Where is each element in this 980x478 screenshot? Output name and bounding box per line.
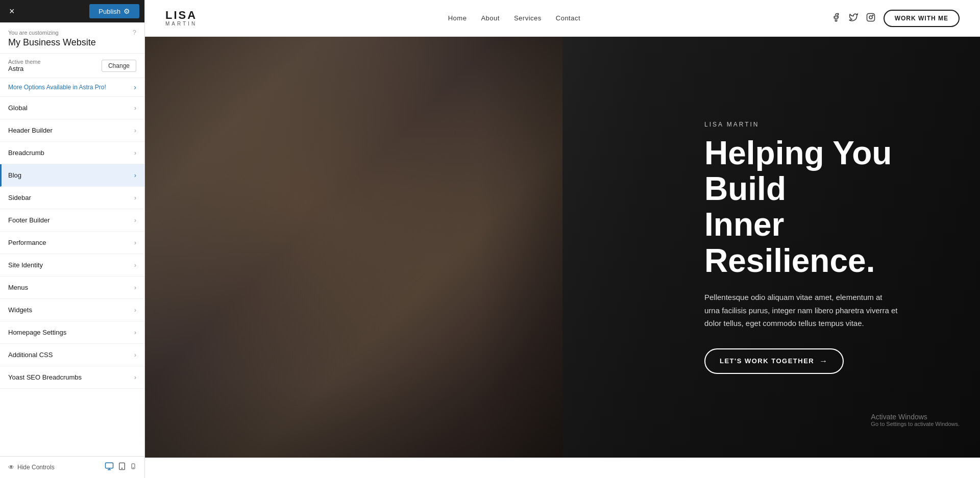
sidebar-item-sidebar[interactable]: Sidebar › (0, 187, 144, 209)
chevron-right-icon: › (134, 373, 136, 381)
customizing-label: You are customizing ? (8, 29, 136, 36)
sidebar-item-yoast-seo[interactable]: Yoast SEO Breadcrumbs › (0, 366, 144, 389)
svg-point-9 (872, 15, 873, 16)
sidebar-item-label: Yoast SEO Breadcrumbs (8, 373, 82, 381)
lets-work-label: LET'S WORK TOGETHER (720, 357, 814, 365)
hero-content: LISA MARTIN Helping You Build Inner Resi… (704, 120, 949, 373)
hero-heading-line2: Inner Resilience. (704, 206, 875, 279)
site-header: LISA MARTIN Home About Services Contact (145, 0, 980, 37)
nav-about[interactable]: About (481, 14, 499, 22)
publish-label: Publish (99, 8, 120, 15)
sidebar-item-label: Sidebar (8, 194, 31, 202)
nav-home[interactable]: Home (448, 14, 467, 22)
astra-pro-banner[interactable]: More Options Available in Astra Pro! › (0, 78, 144, 97)
chevron-right-icon: › (134, 284, 136, 291)
eye-icon: 👁 (8, 464, 14, 471)
chevron-right-icon: › (134, 104, 136, 112)
active-theme-left: Active theme Astra (8, 59, 41, 72)
sidebar-item-widgets[interactable]: Widgets › (0, 299, 144, 321)
windows-watermark: Activate Windows Go to Settings to activ… (871, 413, 960, 427)
chevron-right-icon: › (134, 261, 136, 269)
view-mode-icons (105, 462, 136, 473)
hero-heading-line1: Helping You Build (704, 134, 892, 207)
sidebar-item-performance[interactable]: Performance › (0, 232, 144, 254)
tablet-view-button[interactable] (118, 462, 126, 473)
header-right: WORK WITH ME (831, 10, 960, 27)
topbar-right: Publish ⚙ (89, 4, 139, 18)
active-theme-name: Astra (8, 65, 41, 72)
logo-name: LISA (165, 10, 197, 21)
chevron-right-icon: › (134, 351, 136, 359)
work-with-me-button[interactable]: WORK WITH ME (884, 10, 960, 27)
gear-icon: ⚙ (124, 7, 130, 15)
chevron-right-icon: › (134, 216, 136, 224)
chevron-right-icon: › (134, 171, 136, 179)
svg-rect-0 (106, 463, 113, 468)
sidebar-item-label: Footer Builder (8, 216, 50, 224)
chevron-right-icon: › (134, 329, 136, 336)
chevron-right-icon: › (134, 239, 136, 246)
site-navigation: Home About Services Contact (448, 14, 580, 22)
chevron-right-icon: › (134, 149, 136, 157)
astra-banner-text: More Options Available in Astra Pro! (8, 84, 106, 91)
sidebar-item-label: Menus (8, 284, 28, 291)
sidebar-item-blog[interactable]: Blog › (0, 164, 144, 187)
close-button[interactable]: × (5, 4, 19, 19)
logo-sub: MARTIN (165, 21, 197, 27)
chevron-right-icon: › (134, 194, 136, 202)
facebook-icon[interactable] (831, 13, 841, 24)
customizing-text: You are customizing (8, 30, 59, 36)
customizing-info: You are customizing ? My Business Websit… (0, 22, 144, 54)
sidebar-item-homepage-settings[interactable]: Homepage Settings › (0, 321, 144, 344)
svg-point-6 (133, 468, 134, 468)
customizer-sidebar: × Publish ⚙ You are customizing ? My Bus… (0, 0, 145, 478)
twitter-icon[interactable] (849, 13, 858, 24)
sidebar-nav-list: Global › Header Builder › Breadcrumb › B… (0, 97, 144, 456)
svg-point-8 (869, 16, 872, 19)
chevron-right-icon: › (134, 306, 136, 314)
sidebar-item-global[interactable]: Global › (0, 97, 144, 119)
sidebar-item-additional-css[interactable]: Additional CSS › (0, 344, 144, 366)
svg-rect-7 (867, 13, 874, 21)
sidebar-item-footer-builder[interactable]: Footer Builder › (0, 209, 144, 232)
active-theme-label: Active theme (8, 59, 41, 65)
change-theme-button[interactable]: Change (102, 60, 136, 72)
sidebar-item-header-builder[interactable]: Header Builder › (0, 119, 144, 142)
hero-name-tag: LISA MARTIN (704, 120, 949, 128)
sidebar-item-label: Global (8, 104, 28, 112)
hero-heading: Helping You Build Inner Resilience. (704, 135, 949, 279)
svg-point-4 (121, 468, 122, 468)
site-logo: LISA MARTIN (165, 10, 197, 27)
sidebar-item-label: Performance (8, 239, 46, 246)
active-theme-section: Active theme Astra Change (0, 54, 144, 78)
hide-controls-button[interactable]: 👁 Hide Controls (8, 464, 55, 471)
sidebar-item-label: Homepage Settings (8, 329, 66, 336)
sidebar-item-label: Blog (8, 171, 21, 179)
website-preview: LISA MARTIN Home About Services Contact (145, 0, 980, 478)
instagram-icon[interactable] (866, 13, 875, 24)
mobile-view-button[interactable] (130, 462, 136, 473)
sidebar-item-label: Header Builder (8, 127, 53, 134)
sidebar-item-label: Widgets (8, 306, 32, 314)
arrow-icon: → (819, 357, 828, 366)
astra-banner-chevron: › (134, 83, 136, 91)
preview-area: LISA MARTIN Home About Services Contact (145, 0, 980, 478)
sidebar-topbar: × Publish ⚙ (0, 0, 144, 22)
desktop-view-button[interactable] (105, 462, 114, 473)
hide-controls-label: Hide Controls (17, 464, 55, 471)
nav-contact[interactable]: Contact (556, 14, 580, 22)
help-icon[interactable]: ? (133, 29, 136, 36)
nav-services[interactable]: Services (514, 14, 542, 22)
customizing-title: My Business Website (8, 37, 136, 48)
sidebar-item-site-identity[interactable]: Site Identity › (0, 254, 144, 276)
lets-work-together-button[interactable]: LET'S WORK TOGETHER → (704, 348, 844, 374)
chevron-right-icon: › (134, 127, 136, 134)
sidebar-item-breadcrumb[interactable]: Breadcrumb › (0, 142, 144, 164)
sidebar-item-label: Breadcrumb (8, 149, 44, 157)
sidebar-item-menus[interactable]: Menus › (0, 276, 144, 299)
sidebar-item-label: Additional CSS (8, 351, 53, 359)
watermark-title: Activate Windows (871, 413, 960, 421)
publish-button[interactable]: Publish ⚙ (89, 4, 139, 18)
hero-paragraph: Pellentesque odio aliquam vitae amet, el… (704, 291, 898, 330)
hero-section: LISA MARTIN Helping You Build Inner Resi… (145, 37, 980, 458)
